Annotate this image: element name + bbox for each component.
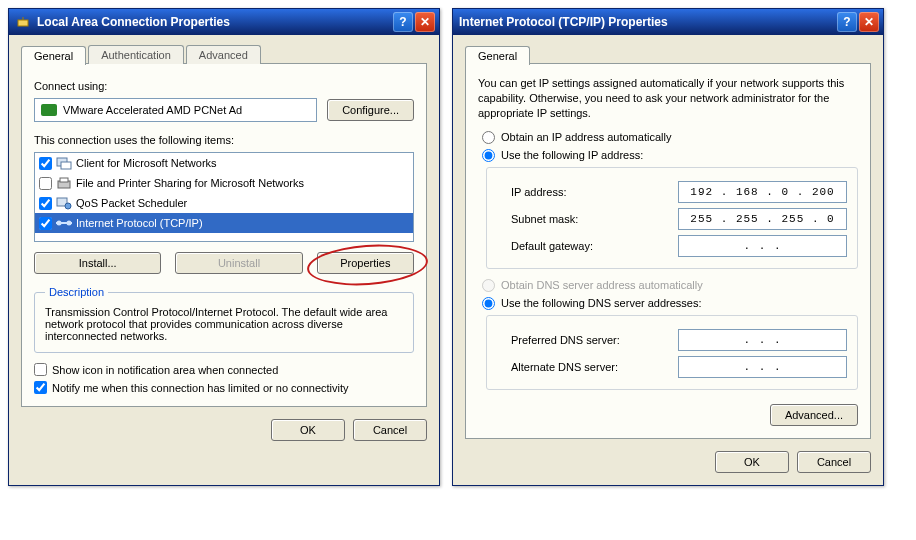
qos-icon — [56, 196, 72, 210]
subnet-field[interactable]: 255 . 255 . 255 . 0 — [678, 208, 847, 230]
svg-rect-0 — [18, 20, 28, 26]
item-checkbox[interactable] — [39, 157, 52, 170]
ok-button[interactable]: OK — [715, 451, 789, 473]
item-checkbox[interactable] — [39, 177, 52, 190]
close-button[interactable]: ✕ — [415, 12, 435, 32]
item-label: Internet Protocol (TCP/IP) — [76, 217, 203, 229]
notify-label: Notify me when this connection has limit… — [52, 382, 349, 394]
item-label: File and Printer Sharing for Microsoft N… — [76, 177, 304, 189]
gateway-label: Default gateway: — [511, 240, 678, 252]
tabstrip: General — [465, 45, 871, 64]
button-label: OK — [300, 424, 316, 436]
tab-panel: Connect using: VMware Accelerated AMD PC… — [21, 63, 427, 407]
client-area: General Authentication Advanced Connect … — [9, 35, 439, 453]
button-label: Properties — [340, 257, 390, 269]
pref-dns-field[interactable]: . . . — [678, 329, 847, 351]
use-ip-radio[interactable] — [482, 149, 495, 162]
description-title: Description — [45, 286, 108, 298]
obtain-ip-radio[interactable] — [482, 131, 495, 144]
notify-checkbox[interactable] — [34, 381, 47, 394]
svg-point-9 — [57, 221, 62, 226]
gateway-field[interactable]: . . . — [678, 235, 847, 257]
button-label: Cancel — [817, 456, 851, 468]
item-label: QoS Packet Scheduler — [76, 197, 187, 209]
ip-address-label: IP address: — [511, 186, 678, 198]
use-dns-label: Use the following DNS server addresses: — [501, 297, 702, 309]
button-label: Install... — [79, 257, 117, 269]
svg-rect-3 — [61, 162, 71, 169]
subnet-value: 255 . 255 . 255 . 0 — [690, 213, 834, 225]
obtain-dns-label: Obtain DNS server address automatically — [501, 279, 703, 291]
tab-general[interactable]: General — [465, 46, 530, 65]
list-item[interactable]: File and Printer Sharing for Microsoft N… — [35, 173, 413, 193]
window-title: Internet Protocol (TCP/IP) Properties — [459, 15, 668, 29]
client-area: General You can get IP settings assigned… — [453, 35, 883, 485]
help-button[interactable]: ? — [393, 12, 413, 32]
button-label: Cancel — [373, 424, 407, 436]
tab-label: General — [478, 50, 517, 62]
tab-label: Advanced — [199, 49, 248, 61]
list-item[interactable]: QoS Packet Scheduler — [35, 193, 413, 213]
tab-label: Authentication — [101, 49, 171, 61]
cancel-button[interactable]: Cancel — [797, 451, 871, 473]
item-checkbox[interactable] — [39, 217, 52, 230]
ok-button[interactable]: OK — [271, 419, 345, 441]
use-ip-label: Use the following IP address: — [501, 149, 643, 161]
window-title: Local Area Connection Properties — [37, 15, 230, 29]
tcpip-icon — [56, 216, 72, 230]
item-checkbox[interactable] — [39, 197, 52, 210]
alt-dns-field[interactable]: . . . — [678, 356, 847, 378]
pref-dns-value: . . . — [743, 334, 781, 346]
items-label: This connection uses the following items… — [34, 134, 414, 146]
uninstall-button: Uninstall — [175, 252, 302, 274]
titlebar[interactable]: Local Area Connection Properties ? ✕ — [9, 9, 439, 35]
ip-group: IP address: 192 . 168 . 0 . 200 Subnet m… — [486, 167, 858, 269]
lan-properties-window: Local Area Connection Properties ? ✕ Gen… — [8, 8, 440, 486]
tab-authentication[interactable]: Authentication — [88, 45, 184, 64]
cancel-button[interactable]: Cancel — [353, 419, 427, 441]
close-button[interactable]: ✕ — [859, 12, 879, 32]
adapter-field[interactable]: VMware Accelerated AMD PCNet Ad — [34, 98, 317, 122]
subnet-label: Subnet mask: — [511, 213, 678, 225]
properties-button[interactable]: Properties — [317, 252, 414, 274]
item-label: Client for Microsoft Networks — [76, 157, 217, 169]
help-button[interactable]: ? — [837, 12, 857, 32]
description-group: Description Transmission Control Protoco… — [34, 286, 414, 353]
button-label: OK — [744, 456, 760, 468]
client-icon — [56, 156, 72, 170]
advanced-button[interactable]: Advanced... — [770, 404, 858, 426]
gateway-value: . . . — [743, 240, 781, 252]
description-text: Transmission Control Protocol/Internet P… — [45, 306, 403, 342]
svg-point-10 — [67, 221, 72, 226]
list-item[interactable]: Internet Protocol (TCP/IP) — [35, 213, 413, 233]
properties-highlight: Properties — [317, 252, 414, 274]
show-icon-checkbox[interactable] — [34, 363, 47, 376]
ip-value: 192 . 168 . 0 . 200 — [690, 186, 834, 198]
install-button[interactable]: Install... — [34, 252, 161, 274]
tabstrip: General Authentication Advanced — [21, 45, 427, 64]
obtain-ip-label: Obtain an IP address automatically — [501, 131, 671, 143]
tab-advanced[interactable]: Advanced — [186, 45, 261, 64]
list-item[interactable]: Client for Microsoft Networks — [35, 153, 413, 173]
show-icon-label: Show icon in notification area when conn… — [52, 364, 278, 376]
adapter-name: VMware Accelerated AMD PCNet Ad — [63, 104, 242, 116]
tab-general[interactable]: General — [21, 46, 86, 65]
titlebar[interactable]: Internet Protocol (TCP/IP) Properties ? … — [453, 9, 883, 35]
tab-label: General — [34, 50, 73, 62]
dns-group: Preferred DNS server: . . . Alternate DN… — [486, 315, 858, 390]
obtain-dns-radio — [482, 279, 495, 292]
network-icon — [15, 14, 31, 30]
tab-panel: You can get IP settings assigned automat… — [465, 63, 871, 439]
use-dns-radio[interactable] — [482, 297, 495, 310]
connect-using-label: Connect using: — [34, 80, 414, 92]
intro-text: You can get IP settings assigned automat… — [478, 76, 858, 121]
components-listbox[interactable]: Client for Microsoft Networks File and P… — [34, 152, 414, 242]
button-label: Advanced... — [785, 409, 843, 421]
ip-address-field[interactable]: 192 . 168 . 0 . 200 — [678, 181, 847, 203]
svg-point-7 — [65, 203, 71, 209]
nic-icon — [41, 104, 57, 116]
button-label: Configure... — [342, 104, 399, 116]
svg-rect-5 — [60, 178, 68, 182]
configure-button[interactable]: Configure... — [327, 99, 414, 121]
tcpip-properties-window: Internet Protocol (TCP/IP) Properties ? … — [452, 8, 884, 486]
